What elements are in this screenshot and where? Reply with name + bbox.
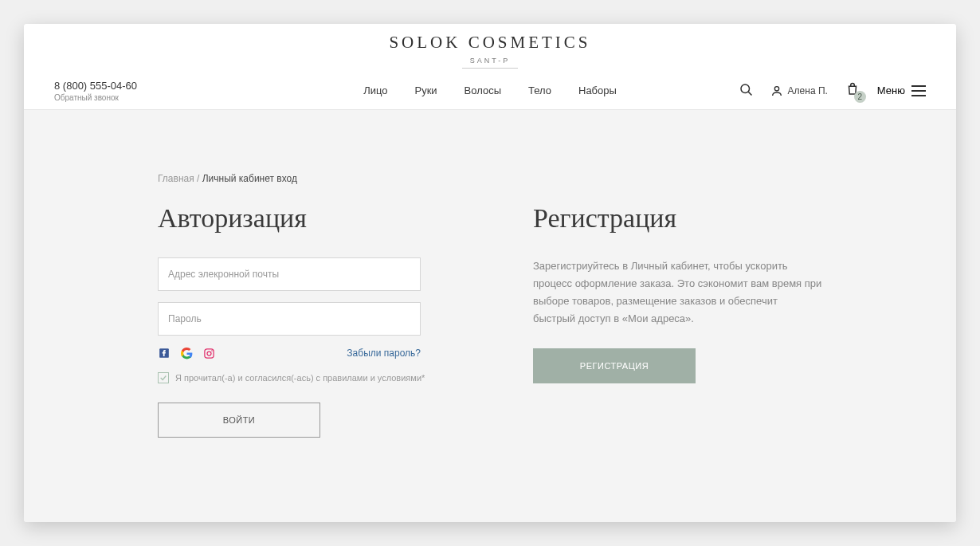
cart-count-badge: 2: [854, 91, 866, 103]
header-tools: Алена П. 2 Меню: [739, 82, 926, 100]
svg-line-1: [748, 92, 751, 95]
main-nav: Лицо Руки Волосы Тело Наборы: [363, 84, 617, 96]
columns: Авторизация Забыл: [158, 203, 822, 438]
svg-point-2: [774, 86, 778, 90]
header-brand-row: SOLOK COSMETICS SANT-P: [24, 24, 956, 72]
agree-row: Я прочитал(-а) и согласился(-ась) с прав…: [158, 372, 447, 383]
forgot-password-link[interactable]: Забыли пароль?: [347, 348, 421, 359]
breadcrumb-sep: /: [194, 173, 202, 184]
nav-body[interactable]: Тело: [528, 84, 551, 96]
register-button[interactable]: РЕГИСТРАЦИЯ: [533, 348, 696, 383]
nav-hair[interactable]: Волосы: [465, 84, 501, 96]
auth-title: Авторизация: [158, 203, 447, 234]
agree-label: Я прочитал(-а) и согласился(-ась) с прав…: [175, 373, 425, 383]
nav-hands[interactable]: Руки: [414, 84, 437, 96]
account-link[interactable]: Алена П.: [770, 84, 828, 97]
social-icons: [158, 347, 215, 359]
agree-checkbox[interactable]: [158, 372, 169, 383]
header-nav-row: 8 (800) 555-04-60 Обратный звонок Лицо Р…: [24, 72, 956, 110]
search-icon[interactable]: [739, 82, 753, 100]
svg-point-5: [207, 352, 211, 355]
register-text: Зарегистриуйтесь в Личный кабинет, чтобы…: [533, 257, 822, 328]
brand-name: SOLOK COSMETICS: [389, 33, 590, 52]
google-icon[interactable]: [180, 347, 193, 359]
page-frame: SOLOK COSMETICS SANT-P 8 (800) 555-04-60…: [24, 24, 956, 522]
email-field[interactable]: [158, 257, 421, 291]
svg-point-6: [211, 350, 213, 352]
register-title: Регистрация: [533, 203, 822, 234]
page-content: Главная / Личный кабинет вход Авторизаци…: [24, 110, 956, 438]
svg-point-0: [741, 84, 750, 93]
callback-link[interactable]: Обратный звонок: [54, 93, 214, 102]
breadcrumb-home[interactable]: Главная: [158, 173, 194, 184]
menu-label: Меню: [877, 84, 905, 96]
account-name: Алена П.: [788, 85, 828, 96]
social-row: Забыли пароль?: [158, 347, 421, 359]
brand-subtitle: SANT-P: [462, 57, 519, 69]
nav-sets[interactable]: Наборы: [578, 84, 617, 96]
cart-button[interactable]: 2: [845, 82, 860, 100]
breadcrumb: Главная / Личный кабинет вход: [158, 110, 822, 203]
password-field[interactable]: [158, 302, 421, 336]
auth-column: Авторизация Забыл: [158, 203, 447, 438]
burger-icon: [911, 85, 926, 96]
phone-block: 8 (800) 555-04-60 Обратный звонок: [54, 80, 214, 102]
register-column: Регистрация Зарегистриуйтесь в Личный ка…: [533, 203, 822, 383]
phone-number[interactable]: 8 (800) 555-04-60: [54, 80, 214, 92]
brand-block: SOLOK COSMETICS SANT-P: [389, 24, 590, 72]
nav-face[interactable]: Лицо: [363, 84, 387, 96]
facebook-icon[interactable]: [158, 347, 171, 359]
menu-button[interactable]: Меню: [877, 84, 926, 96]
instagram-icon[interactable]: [202, 347, 215, 359]
breadcrumb-current: Личный кабинет вход: [202, 173, 297, 184]
login-button[interactable]: ВОЙТИ: [158, 403, 320, 438]
